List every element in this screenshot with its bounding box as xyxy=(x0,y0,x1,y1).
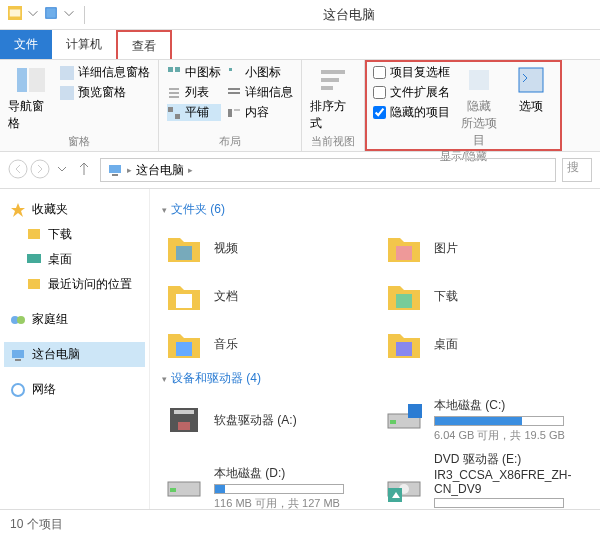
drive-item[interactable]: DVD 驱动器 (E:)IR3_CCSA_X86FRE_ZH-CN_DV90 字… xyxy=(382,449,582,509)
props-icon[interactable] xyxy=(44,6,58,23)
label: 隐藏 所选项目 xyxy=(456,98,502,149)
sidebar-item-desktop[interactable]: 桌面 xyxy=(4,247,145,272)
svg-point-25 xyxy=(31,160,49,178)
status-bar: 10 个项目 xyxy=(0,509,600,534)
svg-rect-26 xyxy=(109,165,121,173)
checkbox-hidden-items[interactable]: 隐藏的项目 xyxy=(373,104,450,121)
medium-icons-button[interactable]: 中图标 xyxy=(167,64,221,81)
svg-rect-7 xyxy=(168,67,173,72)
folder-item[interactable]: 下载 xyxy=(382,274,582,318)
svg-rect-20 xyxy=(321,78,339,82)
folder-item[interactable]: 视频 xyxy=(162,226,362,270)
nav-arrows xyxy=(8,159,94,182)
svg-rect-5 xyxy=(60,66,74,80)
content-button[interactable]: 内容 xyxy=(227,104,293,121)
caret-icon[interactable] xyxy=(62,6,76,23)
svg-rect-1 xyxy=(10,10,21,17)
sidebar-item-network[interactable]: 网络 xyxy=(4,377,145,402)
tab-computer[interactable]: 计算机 xyxy=(52,30,116,59)
main-area: 收藏夹 下载 桌面 最近访问的位置 家庭组 这台电脑 网络 ▾文件夹 (6) 视… xyxy=(0,189,600,509)
sidebar: 收藏夹 下载 桌面 最近访问的位置 家庭组 这台电脑 网络 xyxy=(0,189,150,509)
chevron-icon[interactable]: ▸ xyxy=(188,165,193,175)
up-icon[interactable] xyxy=(74,159,94,182)
title-bar: 这台电脑 xyxy=(0,0,600,30)
forward-icon[interactable] xyxy=(30,159,50,182)
quick-access-toolbar xyxy=(0,6,97,24)
app-icon xyxy=(8,6,22,23)
svg-rect-42 xyxy=(396,342,412,356)
window-title: 这台电脑 xyxy=(97,6,600,24)
label: 选项 xyxy=(519,98,543,115)
section-devices[interactable]: ▾设备和驱动器 (4) xyxy=(162,370,588,387)
svg-rect-6 xyxy=(60,86,74,100)
svg-rect-17 xyxy=(228,109,232,117)
search-input[interactable]: 搜 xyxy=(562,158,592,182)
sidebar-item-homegroup[interactable]: 家庭组 xyxy=(4,307,145,332)
tab-file[interactable]: 文件 xyxy=(0,30,52,59)
sort-button[interactable]: 排序方式 xyxy=(310,64,356,134)
section-folders[interactable]: ▾文件夹 (6) xyxy=(162,201,588,218)
checkbox-item-boxes[interactable]: 项目复选框 xyxy=(373,64,450,81)
svg-marker-28 xyxy=(11,203,25,217)
svg-rect-23 xyxy=(519,68,543,92)
drive-list: 软盘驱动器 (A:)本地磁盘 (C:)6.04 GB 可用，共 19.5 GB本… xyxy=(162,395,588,509)
folder-item[interactable]: 文档 xyxy=(162,274,362,318)
drive-item[interactable]: 本地磁盘 (C:)6.04 GB 可用，共 19.5 GB xyxy=(382,395,582,445)
options-button[interactable]: 选项 xyxy=(508,64,554,149)
sidebar-item-favorites[interactable]: 收藏夹 xyxy=(4,197,145,222)
tab-view[interactable]: 查看 xyxy=(116,30,172,59)
svg-point-36 xyxy=(12,384,24,396)
nav-pane-label: 导航窗格 xyxy=(8,98,54,132)
svg-rect-47 xyxy=(390,420,396,424)
caret-icon[interactable] xyxy=(26,6,40,23)
svg-rect-15 xyxy=(228,88,240,90)
details-button[interactable]: 详细信息 xyxy=(227,84,293,101)
ribbon-group-show-hide: 项目复选框 文件扩展名 隐藏的项目 隐藏 所选项目 选项 显示/隐藏 xyxy=(365,60,562,151)
group-label: 窗格 xyxy=(8,134,150,149)
tile-button[interactable]: 平铺 xyxy=(167,104,221,121)
drive-item[interactable]: 软盘驱动器 (A:) xyxy=(162,395,362,445)
crumb-item[interactable]: 这台电脑 xyxy=(136,162,184,179)
svg-rect-37 xyxy=(176,246,192,260)
preview-pane-button[interactable]: 预览窗格 xyxy=(60,84,150,101)
folder-item[interactable]: 桌面 xyxy=(382,322,582,366)
folder-item[interactable]: 音乐 xyxy=(162,322,362,366)
svg-point-24 xyxy=(9,160,27,178)
svg-rect-31 xyxy=(28,279,40,289)
svg-rect-35 xyxy=(15,359,21,361)
small-icons-button[interactable]: 小图标 xyxy=(227,64,293,81)
svg-rect-13 xyxy=(175,114,180,119)
list-button[interactable]: 列表 xyxy=(167,84,221,101)
folder-list: 视频图片文档下载音乐桌面 xyxy=(162,226,588,366)
svg-rect-2 xyxy=(46,8,57,19)
hide-selected-button[interactable]: 隐藏 所选项目 xyxy=(456,64,502,149)
svg-rect-12 xyxy=(168,107,173,112)
svg-rect-29 xyxy=(28,229,40,239)
ribbon-tabs: 文件 计算机 查看 xyxy=(0,30,600,60)
dropdown-icon[interactable] xyxy=(52,159,72,182)
detail-pane-button[interactable]: 详细信息窗格 xyxy=(60,64,150,81)
sidebar-item-downloads[interactable]: 下载 xyxy=(4,222,145,247)
svg-rect-38 xyxy=(396,246,412,260)
sort-label: 排序方式 xyxy=(310,98,356,132)
svg-rect-34 xyxy=(12,350,24,358)
drive-item[interactable]: 本地磁盘 (D:)116 MB 可用，共 127 MB xyxy=(162,449,362,509)
checkbox-extensions[interactable]: 文件扩展名 xyxy=(373,84,450,101)
svg-rect-21 xyxy=(321,86,333,90)
sidebar-item-thispc[interactable]: 这台电脑 xyxy=(4,342,145,367)
svg-rect-44 xyxy=(174,410,194,414)
svg-rect-22 xyxy=(469,70,489,90)
svg-rect-3 xyxy=(17,68,27,92)
back-icon[interactable] xyxy=(8,159,28,182)
svg-rect-14 xyxy=(229,68,232,71)
ribbon-group-layout: 中图标 列表 平铺 小图标 详细信息 内容 布局 xyxy=(159,60,302,151)
separator xyxy=(84,6,85,24)
chevron-icon[interactable]: ▸ xyxy=(127,165,132,175)
sidebar-item-recent[interactable]: 最近访问的位置 xyxy=(4,272,145,297)
svg-rect-4 xyxy=(29,68,45,92)
svg-point-33 xyxy=(17,316,25,324)
breadcrumb[interactable]: ▸ 这台电脑 ▸ xyxy=(100,158,556,182)
nav-pane-button[interactable]: 导航窗格 xyxy=(8,64,54,134)
ribbon-group-panes: 导航窗格 详细信息窗格 预览窗格 窗格 xyxy=(0,60,159,151)
folder-item[interactable]: 图片 xyxy=(382,226,582,270)
